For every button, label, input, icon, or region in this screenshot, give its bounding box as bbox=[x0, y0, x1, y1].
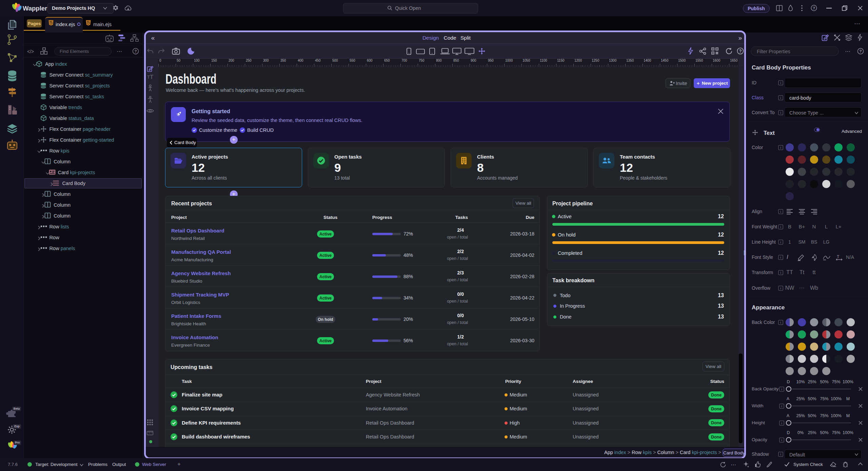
svg-text:i: i bbox=[780, 146, 781, 149]
svg-text:i: i bbox=[781, 438, 782, 442]
svg-text:i: i bbox=[780, 111, 781, 115]
svg-text:T: T bbox=[150, 74, 153, 80]
svg-text:i: i bbox=[780, 81, 781, 85]
svg-text:i: i bbox=[780, 321, 781, 324]
svg-text:?: ? bbox=[859, 49, 862, 53]
svg-text:T: T bbox=[147, 75, 150, 80]
svg-text:i: i bbox=[781, 404, 782, 408]
svg-text:i: i bbox=[781, 387, 782, 391]
svg-text:i: i bbox=[780, 210, 781, 213]
svg-text:i: i bbox=[781, 421, 782, 425]
svg-text:i: i bbox=[780, 96, 781, 100]
svg-text:i: i bbox=[780, 255, 781, 259]
svg-text:?: ? bbox=[739, 49, 742, 54]
svg-text:T: T bbox=[837, 254, 840, 259]
svg-text:?: ? bbox=[813, 6, 815, 10]
svg-text:i: i bbox=[780, 452, 781, 456]
svg-text:?: ? bbox=[134, 49, 137, 53]
